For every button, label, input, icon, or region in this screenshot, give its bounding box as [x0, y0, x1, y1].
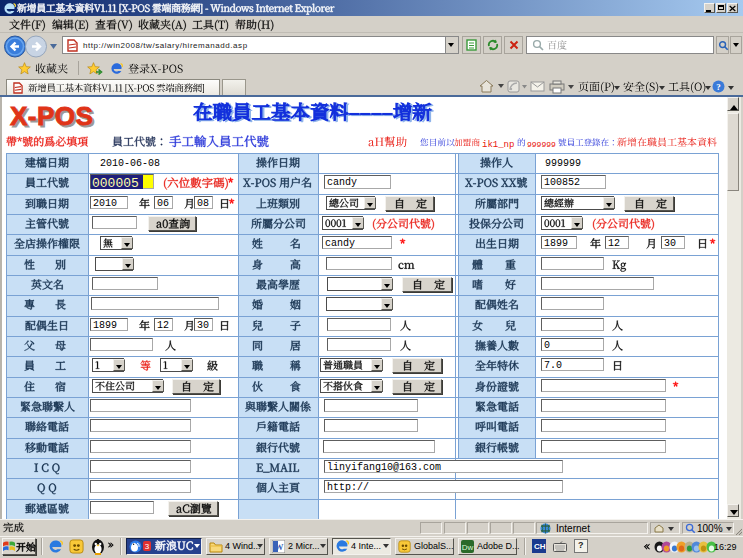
svg-text:?: ?: [716, 82, 721, 92]
svg-text:Dw: Dw: [462, 543, 474, 552]
svg-text:3: 3: [145, 542, 150, 551]
svg-text:W: W: [275, 542, 284, 552]
